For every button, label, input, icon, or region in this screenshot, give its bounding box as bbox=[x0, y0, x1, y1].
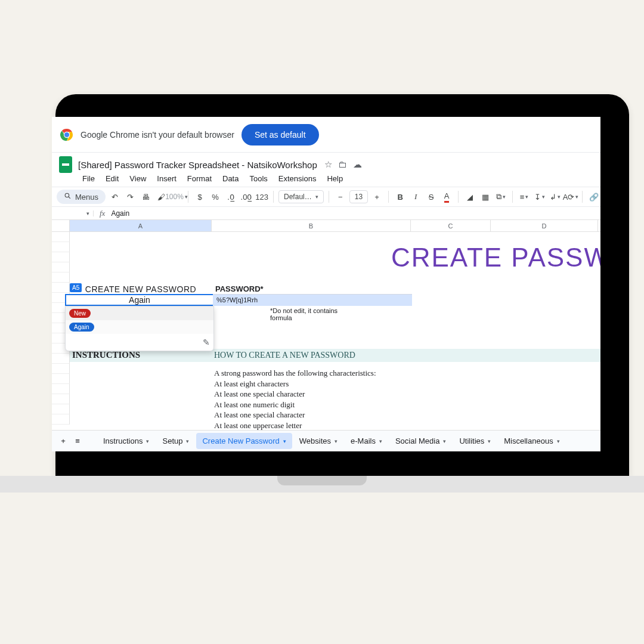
menu-extensions[interactable]: Extensions bbox=[274, 173, 321, 184]
dec-increase-icon[interactable]: .00̲ bbox=[240, 190, 253, 204]
tab-instructions[interactable]: Instructions▾ bbox=[97, 433, 155, 449]
instr-line[interactable]: A strong password has the following char… bbox=[214, 368, 376, 379]
menus-search[interactable]: Menus bbox=[57, 190, 106, 204]
screen: Google Chrome isn't your default browser… bbox=[52, 117, 600, 451]
cloud-icon[interactable]: ☁ bbox=[353, 159, 362, 170]
col-B[interactable]: B bbox=[212, 220, 411, 231]
cell-A4[interactable]: CREATE NEW PASSWORD bbox=[70, 284, 212, 294]
sheet-tab-bar: + ≡ Instructions▾ Setup▾ Create New Pass… bbox=[52, 430, 600, 451]
cell-B5[interactable]: %5?W[q}1Rrh bbox=[213, 294, 412, 306]
halign-icon[interactable]: ≡▾ bbox=[518, 190, 531, 204]
col-C[interactable]: C bbox=[411, 220, 491, 231]
instr-line[interactable]: At least eight characters bbox=[214, 379, 376, 389]
laptop-frame: Google Chrome isn't your default browser… bbox=[55, 94, 629, 476]
italic-icon[interactable]: I bbox=[409, 190, 422, 204]
dec-decrease-icon[interactable]: .0̲ bbox=[224, 190, 237, 204]
merge-icon[interactable]: ⧉▾ bbox=[494, 190, 507, 204]
valign-icon[interactable]: ↧▾ bbox=[533, 190, 546, 204]
tab-setup[interactable]: Setup▾ bbox=[156, 433, 195, 449]
font-size-minus[interactable]: − bbox=[334, 190, 347, 204]
fill-color-icon[interactable]: ◢ bbox=[463, 190, 476, 204]
row-4-labels: CREATE NEW PASSWORD PASSWORD* bbox=[70, 284, 411, 294]
sheets-icon[interactable] bbox=[59, 156, 72, 173]
instr-line[interactable]: At least one numeric digit bbox=[214, 400, 376, 410]
laptop-notch bbox=[277, 476, 367, 485]
tab-social-media[interactable]: Social Media▾ bbox=[389, 433, 452, 449]
cell-B4[interactable]: PASSWORD* bbox=[212, 284, 411, 294]
menu-help[interactable]: Help bbox=[323, 173, 347, 184]
percent-icon[interactable]: % bbox=[209, 190, 222, 204]
zoom-select[interactable]: 100%▾ bbox=[170, 190, 183, 204]
banner-heading: CREATE PASSW bbox=[391, 243, 600, 273]
cell-A5-value: Again bbox=[129, 295, 150, 305]
wrap-icon[interactable]: ↲▾ bbox=[549, 190, 562, 204]
titlebar: [Shared] Password Tracker Spreadsheet - … bbox=[52, 153, 600, 173]
tab-emails[interactable]: e-Mails▾ bbox=[345, 433, 388, 449]
menubar: File Edit View Insert Format Data Tools … bbox=[52, 173, 600, 187]
instr-line[interactable]: At least one special character bbox=[214, 410, 376, 420]
menu-insert[interactable]: Insert bbox=[153, 173, 181, 184]
doc-title[interactable]: [Shared] Password Tracker Spreadsheet - … bbox=[78, 160, 317, 170]
dropdown-edit-icon[interactable]: ✎ bbox=[66, 334, 213, 351]
text-color-icon[interactable]: A bbox=[440, 190, 453, 204]
instr-line[interactable]: At least one uppercase letter bbox=[214, 420, 376, 431]
font-size-input[interactable]: 13 bbox=[349, 190, 368, 203]
column-headers: A B C D bbox=[52, 220, 600, 232]
number-format-icon[interactable]: 123 bbox=[255, 190, 268, 204]
formula-bar: ▾ fx Again bbox=[52, 207, 600, 220]
data-validation-dropdown[interactable]: New Again ✎ bbox=[65, 306, 214, 351]
strike-icon[interactable]: S bbox=[425, 190, 438, 204]
add-sheet-icon[interactable]: + bbox=[57, 434, 70, 448]
print-icon[interactable]: 🖶 bbox=[139, 190, 152, 204]
dropdown-option-again[interactable]: Again bbox=[66, 320, 213, 334]
currency-icon[interactable]: $ bbox=[193, 190, 206, 204]
font-size-plus[interactable]: + bbox=[370, 190, 383, 204]
tab-create-new-password[interactable]: Create New Password▾ bbox=[196, 433, 292, 449]
rotate-icon[interactable]: A⟳▾ bbox=[564, 190, 577, 204]
tab-utilities[interactable]: Utilities▾ bbox=[453, 433, 497, 449]
font-family-select[interactable]: Defaul…▾ bbox=[278, 190, 324, 203]
menu-data[interactable]: Data bbox=[218, 173, 243, 184]
formula-content[interactable]: Again bbox=[111, 209, 129, 218]
menu-file[interactable]: File bbox=[78, 173, 99, 184]
col-A[interactable]: A bbox=[70, 220, 212, 231]
bold-icon[interactable]: B bbox=[394, 190, 407, 204]
set-default-button[interactable]: Set as default bbox=[242, 124, 319, 145]
pencil-icon: ✎ bbox=[203, 338, 210, 347]
tab-websites[interactable]: Websites▾ bbox=[293, 433, 343, 449]
banner-text: Google Chrome isn't your default browser bbox=[80, 130, 234, 140]
svg-point-3 bbox=[65, 193, 69, 197]
borders-icon[interactable]: ▦ bbox=[479, 190, 492, 204]
move-icon[interactable]: 🗀 bbox=[338, 159, 347, 170]
menus-label: Menus bbox=[75, 193, 98, 202]
instructions-heading[interactable]: HOW TO CREATE A NEW PASSWORD bbox=[212, 349, 510, 362]
fx-icon: fx bbox=[94, 209, 111, 218]
name-box[interactable]: ▾ bbox=[52, 210, 94, 216]
search-icon bbox=[64, 192, 72, 202]
chevron-down-icon: ▾ bbox=[86, 210, 89, 216]
menu-view[interactable]: View bbox=[125, 173, 150, 184]
instr-line[interactable]: At least one special character bbox=[214, 389, 376, 400]
dropdown-option-new[interactable]: New bbox=[66, 306, 213, 320]
link-icon[interactable]: 🔗 bbox=[587, 190, 600, 204]
menu-tools[interactable]: Tools bbox=[245, 173, 271, 184]
tab-miscellaneous[interactable]: Miscellaneous▾ bbox=[498, 433, 565, 449]
cell-ref-badge: A5 bbox=[70, 283, 82, 292]
chrome-icon bbox=[60, 128, 73, 141]
grid-area[interactable]: CREATE PASSW CREATE NEW PASSWORD PASSWOR… bbox=[52, 232, 600, 443]
menu-format[interactable]: Format bbox=[183, 173, 216, 184]
star-icon[interactable]: ☆ bbox=[324, 159, 332, 170]
undo-icon[interactable]: ↶ bbox=[108, 190, 121, 204]
redo-icon[interactable]: ↷ bbox=[123, 190, 137, 204]
all-sheets-icon[interactable]: ≡ bbox=[71, 434, 84, 448]
menu-edit[interactable]: Edit bbox=[101, 173, 123, 184]
cell-A5-editor[interactable]: Again bbox=[65, 294, 214, 306]
svg-line-4 bbox=[69, 197, 70, 199]
default-browser-banner: Google Chrome isn't your default browser… bbox=[52, 117, 600, 153]
col-D[interactable]: D bbox=[491, 220, 598, 231]
toolbar: Menus ↶ ↷ 🖶 🖌 100%▾ $ % .0̲ .00̲ 123 Def… bbox=[52, 187, 600, 207]
cell-B6[interactable]: *Do not edit, it contains formula bbox=[213, 306, 412, 321]
